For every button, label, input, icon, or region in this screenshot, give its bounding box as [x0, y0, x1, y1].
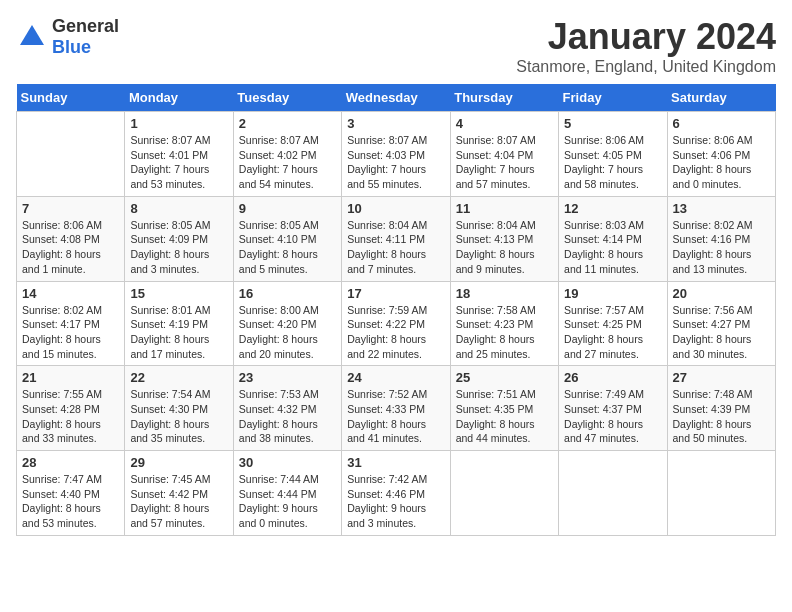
calendar-cell: 11Sunrise: 8:04 AM Sunset: 4:13 PM Dayli…: [450, 196, 558, 281]
logo-icon: [16, 21, 48, 53]
day-info: Sunrise: 8:05 AM Sunset: 4:09 PM Dayligh…: [130, 218, 227, 277]
day-number: 21: [22, 370, 119, 385]
day-number: 30: [239, 455, 336, 470]
day-info: Sunrise: 7:49 AM Sunset: 4:37 PM Dayligh…: [564, 387, 661, 446]
day-info: Sunrise: 8:07 AM Sunset: 4:03 PM Dayligh…: [347, 133, 444, 192]
calendar-cell: 25Sunrise: 7:51 AM Sunset: 4:35 PM Dayli…: [450, 366, 558, 451]
day-info: Sunrise: 7:44 AM Sunset: 4:44 PM Dayligh…: [239, 472, 336, 531]
page-header: General Blue January 2024 Stanmore, Engl…: [16, 16, 776, 76]
header-day-saturday: Saturday: [667, 84, 775, 112]
day-info: Sunrise: 7:57 AM Sunset: 4:25 PM Dayligh…: [564, 303, 661, 362]
calendar-week-3: 14Sunrise: 8:02 AM Sunset: 4:17 PM Dayli…: [17, 281, 776, 366]
month-title: January 2024: [516, 16, 776, 58]
day-number: 22: [130, 370, 227, 385]
calendar-table: SundayMondayTuesdayWednesdayThursdayFrid…: [16, 84, 776, 536]
calendar-week-4: 21Sunrise: 7:55 AM Sunset: 4:28 PM Dayli…: [17, 366, 776, 451]
calendar-header-row: SundayMondayTuesdayWednesdayThursdayFrid…: [17, 84, 776, 112]
day-info: Sunrise: 7:51 AM Sunset: 4:35 PM Dayligh…: [456, 387, 553, 446]
day-info: Sunrise: 8:03 AM Sunset: 4:14 PM Dayligh…: [564, 218, 661, 277]
calendar-week-1: 1Sunrise: 8:07 AM Sunset: 4:01 PM Daylig…: [17, 112, 776, 197]
calendar-cell: 4Sunrise: 8:07 AM Sunset: 4:04 PM Daylig…: [450, 112, 558, 197]
header-day-sunday: Sunday: [17, 84, 125, 112]
day-info: Sunrise: 8:00 AM Sunset: 4:20 PM Dayligh…: [239, 303, 336, 362]
header-day-friday: Friday: [559, 84, 667, 112]
day-info: Sunrise: 7:58 AM Sunset: 4:23 PM Dayligh…: [456, 303, 553, 362]
day-info: Sunrise: 7:42 AM Sunset: 4:46 PM Dayligh…: [347, 472, 444, 531]
day-info: Sunrise: 7:45 AM Sunset: 4:42 PM Dayligh…: [130, 472, 227, 531]
day-number: 25: [456, 370, 553, 385]
day-number: 2: [239, 116, 336, 131]
logo-text: General Blue: [52, 16, 119, 58]
day-info: Sunrise: 8:06 AM Sunset: 4:06 PM Dayligh…: [673, 133, 770, 192]
day-info: Sunrise: 8:02 AM Sunset: 4:16 PM Dayligh…: [673, 218, 770, 277]
day-info: Sunrise: 8:01 AM Sunset: 4:19 PM Dayligh…: [130, 303, 227, 362]
calendar-cell: 18Sunrise: 7:58 AM Sunset: 4:23 PM Dayli…: [450, 281, 558, 366]
day-info: Sunrise: 7:59 AM Sunset: 4:22 PM Dayligh…: [347, 303, 444, 362]
calendar-cell: 20Sunrise: 7:56 AM Sunset: 4:27 PM Dayli…: [667, 281, 775, 366]
day-number: 7: [22, 201, 119, 216]
day-number: 9: [239, 201, 336, 216]
calendar-cell: 26Sunrise: 7:49 AM Sunset: 4:37 PM Dayli…: [559, 366, 667, 451]
calendar-cell: 14Sunrise: 8:02 AM Sunset: 4:17 PM Dayli…: [17, 281, 125, 366]
day-number: 5: [564, 116, 661, 131]
day-info: Sunrise: 8:07 AM Sunset: 4:02 PM Dayligh…: [239, 133, 336, 192]
calendar-cell: 21Sunrise: 7:55 AM Sunset: 4:28 PM Dayli…: [17, 366, 125, 451]
day-info: Sunrise: 8:04 AM Sunset: 4:13 PM Dayligh…: [456, 218, 553, 277]
calendar-cell: 27Sunrise: 7:48 AM Sunset: 4:39 PM Dayli…: [667, 366, 775, 451]
calendar-cell: 3Sunrise: 8:07 AM Sunset: 4:03 PM Daylig…: [342, 112, 450, 197]
calendar-cell: 23Sunrise: 7:53 AM Sunset: 4:32 PM Dayli…: [233, 366, 341, 451]
calendar-cell: 24Sunrise: 7:52 AM Sunset: 4:33 PM Dayli…: [342, 366, 450, 451]
calendar-week-2: 7Sunrise: 8:06 AM Sunset: 4:08 PM Daylig…: [17, 196, 776, 281]
day-number: 20: [673, 286, 770, 301]
calendar-cell: 28Sunrise: 7:47 AM Sunset: 4:40 PM Dayli…: [17, 451, 125, 536]
calendar-cell: 17Sunrise: 7:59 AM Sunset: 4:22 PM Dayli…: [342, 281, 450, 366]
day-info: Sunrise: 7:55 AM Sunset: 4:28 PM Dayligh…: [22, 387, 119, 446]
calendar-cell: 8Sunrise: 8:05 AM Sunset: 4:09 PM Daylig…: [125, 196, 233, 281]
day-number: 1: [130, 116, 227, 131]
calendar-cell: 5Sunrise: 8:06 AM Sunset: 4:05 PM Daylig…: [559, 112, 667, 197]
day-number: 23: [239, 370, 336, 385]
calendar-cell: 12Sunrise: 8:03 AM Sunset: 4:14 PM Dayli…: [559, 196, 667, 281]
header-day-monday: Monday: [125, 84, 233, 112]
calendar-cell: 31Sunrise: 7:42 AM Sunset: 4:46 PM Dayli…: [342, 451, 450, 536]
day-number: 15: [130, 286, 227, 301]
day-info: Sunrise: 8:04 AM Sunset: 4:11 PM Dayligh…: [347, 218, 444, 277]
day-info: Sunrise: 7:48 AM Sunset: 4:39 PM Dayligh…: [673, 387, 770, 446]
day-number: 18: [456, 286, 553, 301]
day-number: 31: [347, 455, 444, 470]
calendar-cell: 15Sunrise: 8:01 AM Sunset: 4:19 PM Dayli…: [125, 281, 233, 366]
day-info: Sunrise: 8:02 AM Sunset: 4:17 PM Dayligh…: [22, 303, 119, 362]
calendar-cell: 2Sunrise: 8:07 AM Sunset: 4:02 PM Daylig…: [233, 112, 341, 197]
calendar-cell: 16Sunrise: 8:00 AM Sunset: 4:20 PM Dayli…: [233, 281, 341, 366]
title-area: January 2024 Stanmore, England, United K…: [516, 16, 776, 76]
day-number: 3: [347, 116, 444, 131]
calendar-cell: 7Sunrise: 8:06 AM Sunset: 4:08 PM Daylig…: [17, 196, 125, 281]
day-number: 13: [673, 201, 770, 216]
calendar-cell: [450, 451, 558, 536]
day-number: 6: [673, 116, 770, 131]
calendar-cell: 29Sunrise: 7:45 AM Sunset: 4:42 PM Dayli…: [125, 451, 233, 536]
day-number: 4: [456, 116, 553, 131]
day-number: 10: [347, 201, 444, 216]
calendar-week-5: 28Sunrise: 7:47 AM Sunset: 4:40 PM Dayli…: [17, 451, 776, 536]
location-title: Stanmore, England, United Kingdom: [516, 58, 776, 76]
day-info: Sunrise: 7:52 AM Sunset: 4:33 PM Dayligh…: [347, 387, 444, 446]
calendar-cell: 6Sunrise: 8:06 AM Sunset: 4:06 PM Daylig…: [667, 112, 775, 197]
calendar-cell: [559, 451, 667, 536]
calendar-cell: [667, 451, 775, 536]
header-day-thursday: Thursday: [450, 84, 558, 112]
calendar-cell: 10Sunrise: 8:04 AM Sunset: 4:11 PM Dayli…: [342, 196, 450, 281]
day-number: 19: [564, 286, 661, 301]
day-info: Sunrise: 8:07 AM Sunset: 4:01 PM Dayligh…: [130, 133, 227, 192]
day-number: 12: [564, 201, 661, 216]
logo: General Blue: [16, 16, 119, 58]
day-info: Sunrise: 8:07 AM Sunset: 4:04 PM Dayligh…: [456, 133, 553, 192]
day-number: 28: [22, 455, 119, 470]
logo-blue: Blue: [52, 37, 91, 57]
day-info: Sunrise: 8:06 AM Sunset: 4:08 PM Dayligh…: [22, 218, 119, 277]
day-number: 29: [130, 455, 227, 470]
day-info: Sunrise: 7:54 AM Sunset: 4:30 PM Dayligh…: [130, 387, 227, 446]
day-number: 26: [564, 370, 661, 385]
day-number: 14: [22, 286, 119, 301]
header-day-tuesday: Tuesday: [233, 84, 341, 112]
